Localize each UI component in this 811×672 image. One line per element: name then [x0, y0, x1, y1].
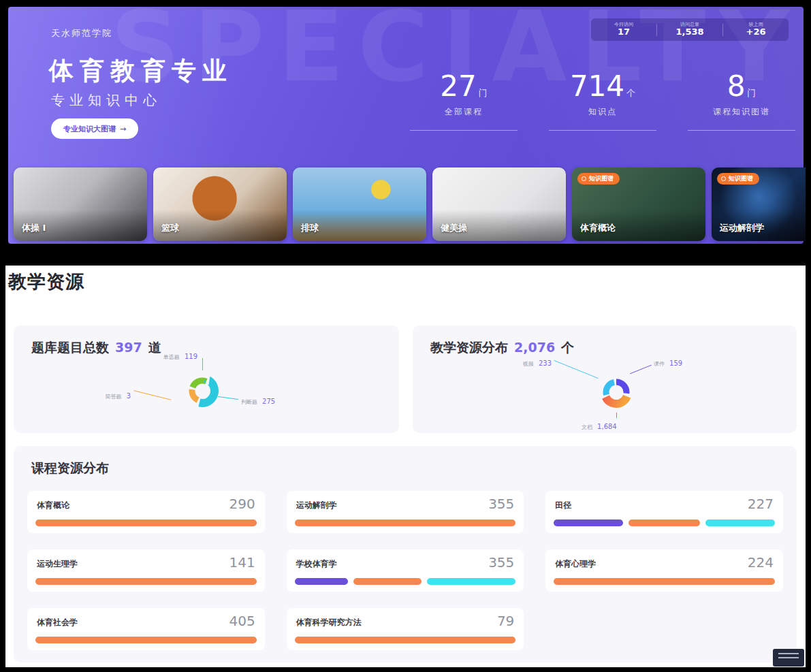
course-resource-item: 体育社会学 405: [27, 608, 265, 650]
resource-distribution-title: 教学资源分布 2,076 个: [430, 339, 574, 357]
card-total-value: 2,076: [514, 340, 555, 355]
callout-line: [554, 360, 598, 379]
course-card-row: 体操 I 篮球 排球 健美操 知识图谱 体育概论 知识图谱 运动解剖学: [0, 167, 811, 242]
stat-value: 27: [440, 69, 476, 103]
bar-segment: [554, 519, 623, 526]
visit-stat-delta: 较上周 +26: [723, 22, 789, 37]
course-resource-item: 体育心理学 224: [545, 549, 783, 592]
question-bank-card: 题库题目总数 397 道 单选题 119 简答题 3 判断题 2: [14, 325, 399, 433]
hero-subtitle: 专业知识中心: [51, 91, 161, 110]
knowledge-map-button-label: 专业知识大图谱: [63, 124, 116, 134]
course-resource-item: 运动生理学 141: [27, 549, 265, 592]
course-card-basketball[interactable]: 篮球: [153, 167, 287, 241]
arrow-right-icon: →: [120, 125, 126, 133]
stat-unit: 个: [626, 88, 635, 98]
slice-label: 文档: [582, 424, 592, 430]
course-card-label: 运动解剖学: [720, 222, 764, 234]
badge-ring-icon: [582, 176, 586, 181]
slice-label: 课件: [654, 361, 665, 367]
dashboard-page: SPECIALTY MAP 天水师范学院 体育教育专业 专业知识中心 专业知识大…: [0, 0, 811, 672]
bar-segment: [295, 578, 348, 585]
course-resource-item: 学校体育学 355: [287, 549, 524, 592]
bar-segment: [295, 519, 516, 526]
course-resource-grid: 体育概论 290 运动解剖学 355 田径 227: [27, 491, 783, 650]
course-card-label: 排球: [301, 222, 319, 234]
callout-line: [134, 390, 172, 400]
course-card-label: 体育概论: [580, 222, 616, 234]
bar-segment: [295, 637, 516, 643]
visit-stat-today: 今日访问 17: [591, 22, 656, 37]
resource-distribution-donut-chart: [594, 370, 638, 414]
item-value: 224: [748, 554, 774, 571]
callout-line: [616, 413, 617, 418]
item-name: 田径: [555, 500, 571, 511]
visit-stat-total: 访问总量 1,538: [657, 22, 722, 37]
stat-label: 全部课程: [410, 106, 518, 118]
donut-callout-document: 文档 1,684: [582, 419, 617, 432]
stat-value: 8: [727, 69, 746, 103]
course-resource-item: 运动解剖学 355: [287, 491, 524, 533]
resource-distribution-card: 教学资源分布 2,076 个 视频 233: [413, 325, 797, 433]
visit-stat-value: +26: [723, 27, 789, 37]
course-resource-title: 课程资源分布: [31, 460, 109, 477]
slice-value: 119: [185, 353, 197, 360]
bar-segment: [554, 578, 775, 585]
course-resource-item: 田径 227: [545, 491, 783, 533]
visit-stat-value: 1,538: [657, 27, 722, 37]
course-card-anatomy[interactable]: 知识图谱 运动解剖学: [712, 167, 806, 241]
bar-segment: [705, 519, 775, 526]
knowledge-map-button[interactable]: 专业知识大图谱 →: [51, 118, 138, 139]
course-card-label: 健美操: [441, 222, 467, 234]
card-title: 题库题目总数: [31, 339, 109, 357]
resource-bar: [554, 578, 775, 585]
item-value: 290: [229, 496, 255, 512]
donut-callout-video: 视频 233: [475, 355, 552, 368]
resource-bar: [295, 578, 516, 585]
slice-label: 判断题: [241, 399, 257, 405]
section-title: 教学资源: [8, 270, 84, 294]
teaching-resources-section: 教学资源 题库题目总数 397 道 单选题 119 简答题 3: [5, 266, 806, 667]
donut-callout-short-answer: 简答题 3: [54, 388, 131, 401]
item-name: 体育社会学: [37, 617, 78, 628]
course-resource-distribution-card: 课程资源分布 体育概论 290 运动解剖学 355 田径 227: [14, 446, 797, 662]
bar-segment: [35, 578, 257, 585]
knowledge-map-badge: 知识图谱: [577, 173, 620, 185]
slice-label: 视频: [523, 361, 534, 367]
resource-bar: [35, 519, 257, 526]
stat-course-maps: 8门 课程知识图谱: [688, 72, 795, 131]
resource-bar: [35, 637, 257, 643]
visit-stat-value: 17: [591, 27, 656, 37]
course-card-aerobics[interactable]: 健美操: [432, 167, 566, 241]
resource-bar: [295, 637, 516, 643]
slice-value: 1,684: [597, 423, 617, 430]
bar-segment: [353, 578, 422, 585]
bar-segment: [35, 519, 257, 526]
stat-total-courses: 27门 全部课程: [410, 72, 518, 131]
floating-widget[interactable]: [773, 649, 804, 667]
slice-label: 简答题: [106, 394, 122, 400]
item-name: 体育概论: [37, 500, 69, 511]
badge-label: 知识图谱: [589, 174, 614, 183]
course-card-gymnastics[interactable]: 体操 I: [14, 167, 147, 241]
badge-ring-icon: [721, 176, 726, 181]
stat-knowledge-points: 714个 知识点: [549, 72, 656, 131]
course-card-volleyball[interactable]: 排球: [293, 167, 426, 241]
resource-bar: [554, 519, 775, 526]
item-name: 体育科学研究方法: [296, 617, 362, 628]
course-card-label: 体操 I: [22, 222, 46, 234]
card-title: 教学资源分布: [430, 339, 508, 357]
course-card-label: 篮球: [161, 222, 179, 234]
course-resource-item: 体育概论 290: [27, 491, 265, 533]
callout-line: [202, 358, 203, 370]
course-card-pe-intro[interactable]: 知识图谱 体育概论: [572, 167, 705, 241]
donut-callout-true-false: 判断题 275: [241, 394, 275, 406]
knowledge-map-badge: 知识图谱: [717, 173, 759, 185]
slice-label: 单选题: [163, 354, 180, 360]
donut-callout-single-choice: 单选题 119: [116, 349, 197, 362]
slice-value: 3: [127, 392, 131, 400]
stat-unit: 门: [479, 88, 488, 98]
item-name: 体育心理学: [555, 558, 596, 570]
slice-value: 233: [539, 359, 552, 367]
stat-label: 课程知识图谱: [688, 106, 795, 118]
item-value: 355: [488, 496, 514, 512]
